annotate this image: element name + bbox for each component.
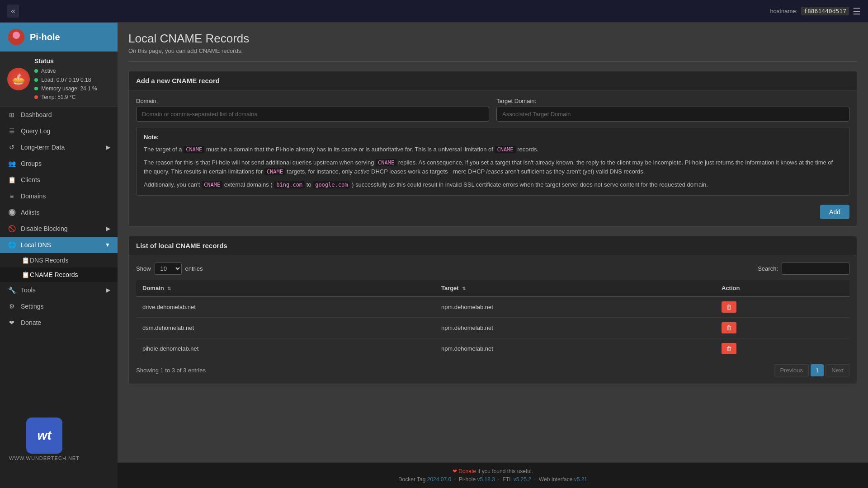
- show-entries: Show 10 25 50 100 entries: [136, 263, 203, 275]
- content-wrapper: Local CNAME Records On this page, you ca…: [118, 23, 868, 462]
- footer-donate-line: ❤ Donate if you found this useful.: [118, 468, 868, 474]
- row-action: 🗑: [715, 338, 849, 359]
- cname-list-card: List of local CNAME records Show 10 25 5…: [128, 236, 857, 384]
- footer: ❤ Donate if you found this useful. Docke…: [118, 462, 868, 488]
- row-action: 🗑: [715, 296, 849, 318]
- row-action: 🗑: [715, 317, 849, 338]
- add-cname-card-body: Domain: Target Domain: Note: The target …: [129, 90, 857, 226]
- topbar-left: «: [7, 5, 19, 18]
- row-domain: dsm.dehomelab.net: [136, 317, 435, 338]
- ftl-version: v5.25.2: [514, 476, 531, 483]
- wt-icon: wt: [26, 418, 62, 454]
- topbar: « hostname: f8861440d517 ☰: [0, 0, 868, 23]
- table-header: Domain ⇅ Target ⇅ Action: [136, 280, 849, 296]
- page-header: Local CNAME Records On this page, you ca…: [128, 32, 857, 54]
- load-dot: [34, 78, 38, 82]
- sidebar-item-label: Adlists: [21, 209, 39, 216]
- memory-dot: [34, 87, 38, 90]
- search-input[interactable]: [782, 263, 849, 275]
- col-domain: Domain ⇅: [136, 280, 435, 296]
- pihole-version: v5.18.3: [477, 476, 495, 483]
- sidebar-item-dashboard[interactable]: ⊞ Dashboard: [0, 107, 118, 123]
- table-row: drive.dehomelab.net npm.dehomelab.net 🗑: [136, 296, 849, 318]
- show-label: Show: [136, 265, 151, 272]
- sidebar-item-query-log[interactable]: ☰ Query Log: [0, 123, 118, 139]
- brand-title: Pi-hole: [30, 32, 60, 42]
- topbar-right: hostname: f8861440d517 ☰: [770, 6, 861, 17]
- sidebar-item-label: Settings: [21, 303, 44, 310]
- page-title: Local CNAME Records: [128, 32, 857, 46]
- settings-icon: ⚙: [7, 303, 16, 310]
- status-card: 🥧 Status Active Load: 0.07 0.19 0.18 Mem…: [0, 52, 118, 107]
- note-box: Note: The target of a CNAME must be a do…: [136, 127, 849, 196]
- chevron-right-icon: ▶: [106, 225, 110, 232]
- wundertech-logo: wt WWW.WUNDERTECH.NET: [9, 418, 80, 461]
- sidebar-item-settings[interactable]: ⚙ Settings: [0, 298, 118, 314]
- sidebar-item-label: Clients: [21, 176, 40, 183]
- sidebar-item-label: Query Log: [21, 127, 50, 135]
- sidebar-item-adlists[interactable]: 🔘 Adlists: [0, 204, 118, 221]
- delete-row-button[interactable]: 🗑: [722, 322, 736, 333]
- pihole-logo: [7, 28, 25, 46]
- sidebar-item-label: Donate: [21, 319, 41, 326]
- target-domain-input[interactable]: [496, 107, 849, 122]
- sidebar-sub-label: CNAME Records: [30, 271, 78, 278]
- sidebar-brand: Pi-hole: [0, 23, 118, 52]
- status-temp: Temp: 51.9 °C: [34, 93, 97, 102]
- cname-records-icon: 📋: [21, 271, 30, 278]
- sidebar-item-clients[interactable]: 📋 Clients: [0, 172, 118, 188]
- page-divider: [128, 61, 857, 62]
- topbar-menu-icon[interactable]: ☰: [853, 6, 861, 17]
- target-form-group: Target Domain:: [496, 98, 849, 122]
- sort-icon-domain[interactable]: ⇅: [167, 286, 171, 291]
- layout: Pi-hole 🥧 Status Active Load: 0.07 0.19 …: [0, 23, 868, 488]
- sidebar-collapse-button[interactable]: «: [7, 5, 19, 18]
- sidebar-item-label: Local DNS: [21, 241, 51, 249]
- table-footer: Showing 1 to 3 of 3 entries Previous 1 N…: [136, 364, 849, 376]
- sidebar-item-tools[interactable]: 🔧 Tools ▶: [0, 282, 118, 298]
- show-entries-select[interactable]: 10 25 50 100: [155, 263, 182, 275]
- prev-button[interactable]: Previous: [774, 364, 809, 376]
- next-button[interactable]: Next: [826, 364, 849, 376]
- sidebar-item-long-term[interactable]: ↺ Long-term Data ▶: [0, 139, 118, 155]
- delete-row-button[interactable]: 🗑: [722, 343, 736, 354]
- domain-label: Domain:: [136, 98, 489, 104]
- add-cname-card: Add a new CNAME record Domain: Target Do…: [128, 71, 857, 227]
- sort-icon-target[interactable]: ⇅: [462, 286, 466, 291]
- sidebar-item-groups[interactable]: 👥 Groups: [0, 155, 118, 172]
- footer-version: Docker Tag 2024.07.0 · Pi-hole v5.18.3 ·…: [118, 476, 868, 483]
- temp-dot: [34, 95, 38, 99]
- status-info: Status Active Load: 0.07 0.19 0.18 Memor…: [34, 56, 97, 102]
- row-target: npm.dehomelab.net: [435, 338, 715, 359]
- sidebar-item-local-dns[interactable]: 🌐 Local DNS ▼: [0, 237, 118, 253]
- donate-link[interactable]: Donate: [458, 468, 476, 474]
- donate-suffix: if you found this useful.: [477, 468, 533, 474]
- chevron-right-icon: ▶: [106, 287, 110, 293]
- web-label: Web Interface: [539, 476, 572, 483]
- row-domain: pihole.dehomelab.net: [136, 338, 435, 359]
- entries-label: entries: [185, 265, 203, 272]
- add-cname-card-header: Add a new CNAME record: [129, 71, 857, 90]
- sidebar-item-domains[interactable]: ≡ Domains: [0, 188, 118, 204]
- sidebar-item-label: Domains: [21, 192, 46, 200]
- delete-row-button[interactable]: 🗑: [722, 301, 736, 313]
- sidebar-item-dns-records[interactable]: 📋 DNS Records: [0, 253, 118, 267]
- donate-icon: ❤: [7, 319, 16, 326]
- col-action: Action: [715, 280, 849, 296]
- add-button[interactable]: Add: [820, 205, 849, 219]
- sidebar-item-donate[interactable]: ❤ Donate: [0, 314, 118, 331]
- page-number: 1: [811, 364, 824, 376]
- search-box: Search:: [758, 263, 849, 275]
- svg-point-1: [13, 32, 20, 39]
- disable-blocking-icon: 🚫: [7, 225, 16, 232]
- row-target: npm.dehomelab.net: [435, 317, 715, 338]
- sidebar-item-cname-records[interactable]: 📋 CNAME Records: [0, 267, 118, 282]
- pihole-label: Pi-hole: [459, 476, 476, 483]
- table-controls: Show 10 25 50 100 entries Search:: [136, 263, 849, 275]
- status-memory: Memory usage: 24.1 %: [34, 84, 97, 93]
- domain-input[interactable]: [136, 107, 489, 122]
- table-body: drive.dehomelab.net npm.dehomelab.net 🗑 …: [136, 296, 849, 359]
- sidebar-item-disable-blocking[interactable]: 🚫 Disable Blocking ▶: [0, 221, 118, 237]
- ftl-label: FTL: [503, 476, 512, 483]
- query-log-icon: ☰: [7, 127, 16, 135]
